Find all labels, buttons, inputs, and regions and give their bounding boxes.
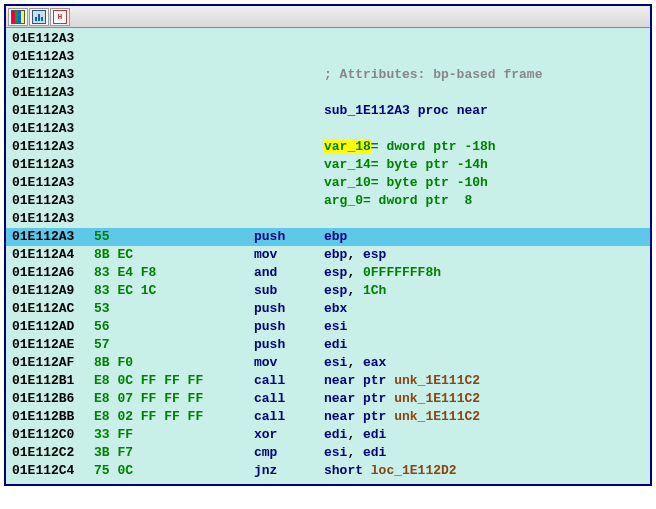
address: 01E112AD xyxy=(12,318,94,336)
stripes-icon xyxy=(11,10,25,24)
bytes: E8 0C FF FF FF xyxy=(94,372,254,390)
var-line[interactable]: 01E112A3var_18= dword ptr -18h xyxy=(6,138,650,156)
address: 01E112A3 xyxy=(12,84,94,102)
address: 01E112C2 xyxy=(12,444,94,462)
address: 01E112A6 xyxy=(12,264,94,282)
operands: near ptr unk_1E111C2 xyxy=(324,408,480,426)
bytes: 8B EC xyxy=(94,246,254,264)
mnemonic: push xyxy=(254,336,324,354)
var-line[interactable]: 01E112A3var_10= byte ptr -10h xyxy=(6,174,650,192)
mnemonic: sub xyxy=(254,282,324,300)
bytes: 55 xyxy=(94,228,254,246)
address: 01E112A3 xyxy=(12,138,94,156)
var-decl: = byte ptr -14h xyxy=(371,157,488,172)
operands: near ptr unk_1E111C2 xyxy=(324,390,480,408)
address: 01E112A4 xyxy=(12,246,94,264)
var-decl: = dword ptr 8 xyxy=(363,193,472,208)
operands: ebp xyxy=(324,228,347,246)
operands: esi xyxy=(324,318,347,336)
header-line[interactable]: 01E112A3 xyxy=(6,84,650,102)
instruction-line[interactable]: 01E112C033 FF xoredi, edi xyxy=(6,426,650,444)
comment-line[interactable]: 01E112A3; Attributes: bp-based frame xyxy=(6,66,650,84)
address: 01E112AF xyxy=(12,354,94,372)
operands: short loc_1E112D2 xyxy=(324,462,457,480)
instruction-line[interactable]: 01E112B6E8 07 FF FF FF callnear ptr unk_… xyxy=(6,390,650,408)
attributes-comment: ; Attributes: bp-based frame xyxy=(324,66,542,84)
instruction-line[interactable]: 01E112A983 EC 1C subesp, 1Ch xyxy=(6,282,650,300)
mnemonic: cmp xyxy=(254,444,324,462)
operands: edi, edi xyxy=(324,426,386,444)
address: 01E112A3 xyxy=(12,174,94,192)
mnemonic: mov xyxy=(254,354,324,372)
hex-view-button[interactable]: H xyxy=(50,8,70,26)
operands: esp, 1Ch xyxy=(324,282,386,300)
mnemonic: and xyxy=(254,264,324,282)
bytes: E8 02 FF FF FF xyxy=(94,408,254,426)
address: 01E112A3 xyxy=(12,156,94,174)
mnemonic: push xyxy=(254,318,324,336)
proc-decl[interactable]: 01E112A3sub_1E112A3 proc near xyxy=(6,102,650,120)
operands: near ptr unk_1E111C2 xyxy=(324,372,480,390)
address: 01E112A3 xyxy=(12,192,94,210)
instruction-line[interactable]: 01E112C23B F7 cmpesi, edi xyxy=(6,444,650,462)
bytes: 53 xyxy=(94,300,254,318)
instruction-line[interactable]: 01E112C475 0C jnzshort loc_1E112D2 xyxy=(6,462,650,480)
bytes: E8 07 FF FF FF xyxy=(94,390,254,408)
bytes: 75 0C xyxy=(94,462,254,480)
instruction-line[interactable]: 01E112A48B EC movebp, esp xyxy=(6,246,650,264)
bytes: 83 EC 1C xyxy=(94,282,254,300)
chart-icon xyxy=(32,10,46,24)
bytes: 57 xyxy=(94,336,254,354)
graph-view-button[interactable] xyxy=(29,8,49,26)
mnemonic: jnz xyxy=(254,462,324,480)
proc-name: sub_1E112A3 xyxy=(324,103,410,118)
bytes: 33 FF xyxy=(94,426,254,444)
address: 01E112BB xyxy=(12,408,94,426)
address: 01E112C0 xyxy=(12,426,94,444)
color-view-button[interactable] xyxy=(8,8,28,26)
header-line[interactable]: 01E112A3 xyxy=(6,120,650,138)
address: 01E112A3 xyxy=(12,66,94,84)
instruction-line[interactable]: 01E112A683 E4 F8 andesp, 0FFFFFFF8h xyxy=(6,264,650,282)
instruction-line[interactable]: 01E112A355 pushebp xyxy=(6,228,650,246)
address: 01E112A3 xyxy=(12,210,94,228)
address: 01E112A3 xyxy=(12,102,94,120)
bytes: 8B F0 xyxy=(94,354,254,372)
instruction-line[interactable]: 01E112B1E8 0C FF FF FF callnear ptr unk_… xyxy=(6,372,650,390)
header-line[interactable]: 01E112A3 xyxy=(6,30,650,48)
var-decl: = byte ptr -10h xyxy=(371,175,488,190)
header-line[interactable]: 01E112A3 xyxy=(6,210,650,228)
var-line[interactable]: 01E112A3arg_0= dword ptr 8 xyxy=(6,192,650,210)
instruction-line[interactable]: 01E112AE57 pushedi xyxy=(6,336,650,354)
disassembly-listing[interactable]: 01E112A301E112A301E112A3; Attributes: bp… xyxy=(6,28,650,484)
operands: esp, 0FFFFFFF8h xyxy=(324,264,441,282)
bytes: 83 E4 F8 xyxy=(94,264,254,282)
operands: esi, eax xyxy=(324,354,386,372)
address: 01E112A3 xyxy=(12,120,94,138)
mnemonic: call xyxy=(254,372,324,390)
mnemonic: push xyxy=(254,300,324,318)
instruction-line[interactable]: 01E112AC53 pushebx xyxy=(6,300,650,318)
bytes: 56 xyxy=(94,318,254,336)
operands: edi xyxy=(324,336,347,354)
var-name: var_18 xyxy=(324,139,371,154)
address: 01E112A9 xyxy=(12,282,94,300)
disassembly-window: H 01E112A301E112A301E112A3; Attributes: … xyxy=(4,4,652,486)
instruction-line[interactable]: 01E112AD56 pushesi xyxy=(6,318,650,336)
mnemonic: call xyxy=(254,408,324,426)
var-name: var_14 xyxy=(324,157,371,172)
header-line[interactable]: 01E112A3 xyxy=(6,48,650,66)
hex-icon: H xyxy=(53,10,67,24)
toolbar: H xyxy=(6,6,650,28)
var-name: var_10 xyxy=(324,175,371,190)
operands: ebx xyxy=(324,300,347,318)
mnemonic: push xyxy=(254,228,324,246)
instruction-line[interactable]: 01E112AF8B F0 movesi, eax xyxy=(6,354,650,372)
var-line[interactable]: 01E112A3var_14= byte ptr -14h xyxy=(6,156,650,174)
address: 01E112A3 xyxy=(12,228,94,246)
instruction-line[interactable]: 01E112BBE8 02 FF FF FF callnear ptr unk_… xyxy=(6,408,650,426)
mnemonic: call xyxy=(254,390,324,408)
mnemonic: xor xyxy=(254,426,324,444)
operands: esi, edi xyxy=(324,444,386,462)
address: 01E112A3 xyxy=(12,48,94,66)
